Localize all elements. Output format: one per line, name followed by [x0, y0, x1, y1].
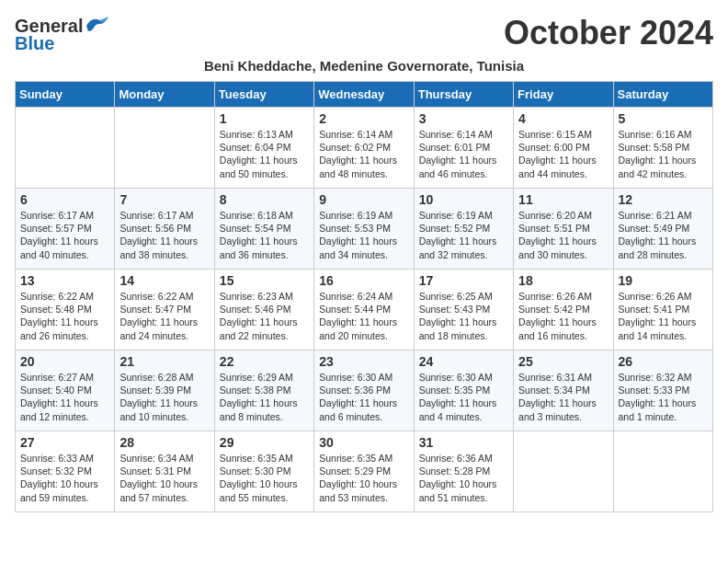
calendar-cell: 26Sunrise: 6:32 AMSunset: 5:33 PMDayligh…	[613, 350, 712, 431]
cell-info: Sunrise: 6:23 AMSunset: 5:46 PMDaylight:…	[220, 290, 309, 342]
day-number: 19	[619, 273, 708, 288]
month-title: October 2024	[504, 15, 713, 52]
page-header: General Blue October 2024	[15, 15, 713, 54]
calendar-cell: 2Sunrise: 6:14 AMSunset: 6:02 PMDaylight…	[314, 108, 414, 189]
day-number: 21	[119, 354, 209, 369]
day-number: 27	[20, 435, 109, 450]
day-number: 14	[119, 273, 209, 288]
day-number: 3	[419, 111, 508, 126]
cell-info: Sunrise: 6:17 AMSunset: 5:57 PMDaylight:…	[20, 209, 109, 261]
day-number: 15	[220, 273, 309, 288]
cell-info: Sunrise: 6:13 AMSunset: 6:04 PMDaylight:…	[220, 128, 309, 180]
cell-info: Sunrise: 6:30 AMSunset: 5:36 PMDaylight:…	[319, 371, 408, 423]
calendar-cell: 3Sunrise: 6:14 AMSunset: 6:01 PMDaylight…	[414, 108, 513, 189]
cell-info: Sunrise: 6:24 AMSunset: 5:44 PMDaylight:…	[319, 290, 408, 342]
week-row-4: 20Sunrise: 6:27 AMSunset: 5:40 PMDayligh…	[16, 350, 713, 431]
cell-info: Sunrise: 6:22 AMSunset: 5:47 PMDaylight:…	[119, 290, 209, 342]
day-number: 26	[619, 354, 708, 369]
cell-info: Sunrise: 6:29 AMSunset: 5:38 PMDaylight:…	[220, 371, 309, 423]
week-row-1: 1Sunrise: 6:13 AMSunset: 6:04 PMDaylight…	[16, 108, 713, 189]
cell-info: Sunrise: 6:19 AMSunset: 5:52 PMDaylight:…	[419, 209, 508, 261]
header-row: SundayMondayTuesdayWednesdayThursdayFrid…	[16, 82, 713, 108]
calendar-cell: 31Sunrise: 6:36 AMSunset: 5:28 PMDayligh…	[414, 431, 513, 512]
week-row-5: 27Sunrise: 6:33 AMSunset: 5:32 PMDayligh…	[16, 431, 713, 512]
day-number: 30	[319, 435, 408, 450]
day-number: 13	[20, 273, 109, 288]
day-number: 2	[319, 111, 408, 126]
col-header-wednesday: Wednesday	[314, 82, 414, 108]
calendar-cell: 28Sunrise: 6:34 AMSunset: 5:31 PMDayligh…	[115, 431, 214, 512]
calendar-cell	[613, 431, 712, 512]
calendar-cell: 10Sunrise: 6:19 AMSunset: 5:52 PMDayligh…	[414, 189, 513, 270]
day-number: 10	[419, 192, 508, 207]
logo-bird-icon	[83, 15, 110, 37]
cell-info: Sunrise: 6:18 AMSunset: 5:54 PMDaylight:…	[220, 209, 309, 261]
cell-info: Sunrise: 6:32 AMSunset: 5:33 PMDaylight:…	[619, 371, 708, 423]
day-number: 11	[518, 192, 608, 207]
col-header-monday: Monday	[115, 82, 214, 108]
col-header-tuesday: Tuesday	[214, 82, 313, 108]
day-number: 4	[518, 111, 608, 126]
day-number: 29	[220, 435, 309, 450]
calendar-cell: 13Sunrise: 6:22 AMSunset: 5:48 PMDayligh…	[16, 270, 115, 350]
col-header-sunday: Sunday	[16, 82, 115, 108]
calendar-cell: 27Sunrise: 6:33 AMSunset: 5:32 PMDayligh…	[16, 431, 115, 512]
cell-info: Sunrise: 6:30 AMSunset: 5:35 PMDaylight:…	[419, 371, 508, 423]
location-subtitle: Beni Kheddache, Medenine Governorate, Tu…	[15, 58, 713, 74]
calendar-cell	[16, 108, 115, 189]
cell-info: Sunrise: 6:28 AMSunset: 5:39 PMDaylight:…	[119, 371, 209, 423]
calendar-cell: 22Sunrise: 6:29 AMSunset: 5:38 PMDayligh…	[214, 350, 313, 431]
calendar-cell: 21Sunrise: 6:28 AMSunset: 5:39 PMDayligh…	[115, 350, 214, 431]
calendar-cell: 14Sunrise: 6:22 AMSunset: 5:47 PMDayligh…	[115, 270, 214, 350]
logo: General Blue	[15, 15, 110, 54]
day-number: 17	[419, 273, 508, 288]
week-row-2: 6Sunrise: 6:17 AMSunset: 5:57 PMDaylight…	[16, 189, 713, 270]
calendar-cell: 17Sunrise: 6:25 AMSunset: 5:43 PMDayligh…	[414, 270, 513, 350]
calendar-cell: 23Sunrise: 6:30 AMSunset: 5:36 PMDayligh…	[314, 350, 414, 431]
cell-info: Sunrise: 6:34 AMSunset: 5:31 PMDaylight:…	[119, 452, 209, 504]
day-number: 12	[619, 192, 708, 207]
calendar-cell: 1Sunrise: 6:13 AMSunset: 6:04 PMDaylight…	[214, 108, 313, 189]
cell-info: Sunrise: 6:21 AMSunset: 5:49 PMDaylight:…	[619, 209, 708, 261]
calendar-cell: 9Sunrise: 6:19 AMSunset: 5:53 PMDaylight…	[314, 189, 414, 270]
calendar-cell	[514, 431, 613, 512]
cell-info: Sunrise: 6:20 AMSunset: 5:51 PMDaylight:…	[518, 209, 608, 261]
calendar-cell: 8Sunrise: 6:18 AMSunset: 5:54 PMDaylight…	[214, 189, 313, 270]
cell-info: Sunrise: 6:26 AMSunset: 5:42 PMDaylight:…	[518, 290, 608, 342]
day-number: 16	[319, 273, 408, 288]
cell-info: Sunrise: 6:27 AMSunset: 5:40 PMDaylight:…	[20, 371, 109, 423]
day-number: 5	[619, 111, 708, 126]
calendar-table: SundayMondayTuesdayWednesdayThursdayFrid…	[15, 81, 713, 512]
day-number: 1	[220, 111, 309, 126]
cell-info: Sunrise: 6:14 AMSunset: 6:02 PMDaylight:…	[319, 128, 408, 180]
calendar-cell: 24Sunrise: 6:30 AMSunset: 5:35 PMDayligh…	[414, 350, 513, 431]
calendar-cell: 30Sunrise: 6:35 AMSunset: 5:29 PMDayligh…	[314, 431, 414, 512]
week-row-3: 13Sunrise: 6:22 AMSunset: 5:48 PMDayligh…	[16, 270, 713, 350]
day-number: 31	[419, 435, 508, 450]
cell-info: Sunrise: 6:15 AMSunset: 6:00 PMDaylight:…	[518, 128, 608, 180]
calendar-cell: 6Sunrise: 6:17 AMSunset: 5:57 PMDaylight…	[16, 189, 115, 270]
col-header-thursday: Thursday	[414, 82, 513, 108]
day-number: 8	[220, 192, 309, 207]
day-number: 18	[518, 273, 608, 288]
calendar-cell: 16Sunrise: 6:24 AMSunset: 5:44 PMDayligh…	[314, 270, 414, 350]
day-number: 20	[20, 354, 109, 369]
calendar-cell: 18Sunrise: 6:26 AMSunset: 5:42 PMDayligh…	[514, 270, 613, 350]
title-block: October 2024	[504, 15, 713, 52]
day-number: 28	[119, 435, 209, 450]
calendar-cell: 7Sunrise: 6:17 AMSunset: 5:56 PMDaylight…	[115, 189, 214, 270]
calendar-cell: 19Sunrise: 6:26 AMSunset: 5:41 PMDayligh…	[613, 270, 712, 350]
calendar-cell: 4Sunrise: 6:15 AMSunset: 6:00 PMDaylight…	[514, 108, 613, 189]
calendar-cell: 12Sunrise: 6:21 AMSunset: 5:49 PMDayligh…	[613, 189, 712, 270]
day-number: 25	[518, 354, 608, 369]
calendar-cell: 25Sunrise: 6:31 AMSunset: 5:34 PMDayligh…	[514, 350, 613, 431]
day-number: 23	[319, 354, 408, 369]
cell-info: Sunrise: 6:35 AMSunset: 5:30 PMDaylight:…	[220, 452, 309, 504]
col-header-saturday: Saturday	[613, 82, 712, 108]
calendar-cell: 15Sunrise: 6:23 AMSunset: 5:46 PMDayligh…	[214, 270, 313, 350]
calendar-cell: 20Sunrise: 6:27 AMSunset: 5:40 PMDayligh…	[16, 350, 115, 431]
calendar-cell: 29Sunrise: 6:35 AMSunset: 5:30 PMDayligh…	[214, 431, 313, 512]
day-number: 6	[20, 192, 109, 207]
cell-info: Sunrise: 6:16 AMSunset: 5:58 PMDaylight:…	[619, 128, 708, 180]
cell-info: Sunrise: 6:33 AMSunset: 5:32 PMDaylight:…	[20, 452, 109, 504]
